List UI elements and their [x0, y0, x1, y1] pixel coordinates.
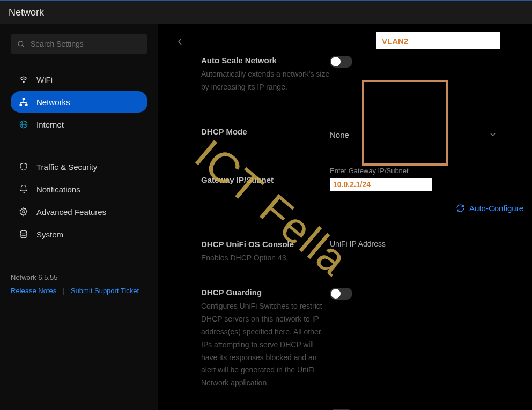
svg-rect-4 — [20, 104, 23, 106]
divider — [11, 146, 147, 146]
sidebar-item-networks[interactable]: Networks — [11, 91, 147, 113]
shield-icon — [18, 162, 29, 172]
refresh-icon — [456, 204, 465, 213]
sidebar-item-internet[interactable]: Internet — [11, 114, 147, 135]
search-field[interactable] — [31, 40, 141, 48]
submit-ticket-link[interactable]: Submit Support Ticket — [71, 287, 139, 295]
search-icon — [17, 40, 25, 48]
autoscale-title: Auto Scale Network — [201, 56, 330, 65]
sidebar-item-notifications[interactable]: Notifications — [11, 178, 147, 200]
sidebar-item-label: Notifications — [36, 185, 80, 194]
titlebar: Network — [0, 0, 532, 24]
dhcp-guarding-desc: Configures UniFi Switches to restrict DH… — [201, 300, 330, 390]
chevron-down-icon — [490, 132, 496, 137]
network-name-input[interactable] — [376, 32, 500, 49]
version-label: Network 6.5.55 — [11, 273, 147, 281]
dhcp-unifi-title: DHCP UniFi OS Console — [201, 240, 330, 249]
dhcp-mode-title: DHCP Mode — [201, 127, 330, 136]
autoconfigure-button[interactable]: Auto-Configure — [330, 204, 527, 213]
sidebar-item-label: System — [36, 230, 63, 239]
gear-icon — [18, 207, 29, 217]
system-icon — [18, 229, 29, 239]
gateway-hint: Enter Gateway IP/Subnet — [330, 167, 527, 175]
dhcp-mode-value: None — [330, 130, 349, 139]
svg-point-10 — [20, 230, 27, 233]
networks-icon — [18, 97, 29, 107]
dhcp-guarding-title: DHCP Guarding — [201, 288, 330, 297]
sidebar-item-wifi[interactable]: WiFi — [11, 69, 147, 90]
svg-point-2 — [23, 81, 24, 82]
main-panel: Auto Scale Network Automatically extends… — [158, 24, 532, 410]
sidebar-item-label: Internet — [36, 120, 64, 129]
sidebar-item-label: Advanced Features — [36, 207, 106, 217]
app-title: Network — [9, 7, 44, 18]
sidebar-item-label: WiFi — [36, 75, 53, 84]
autoscale-desc: Automatically extends a network's size b… — [201, 68, 330, 94]
release-notes-link[interactable]: Release Notes — [11, 287, 56, 295]
internet-icon — [18, 120, 29, 129]
sidebar: WiFi Networks Internet Traffic & Securit… — [0, 24, 158, 410]
svg-point-0 — [18, 41, 23, 46]
wifi-icon — [18, 74, 29, 84]
sidebar-item-advanced[interactable]: Advanced Features — [11, 201, 147, 222]
dhcp-mode-select[interactable]: None — [330, 127, 501, 143]
divider — [11, 256, 147, 256]
search-input[interactable] — [11, 34, 147, 54]
svg-line-1 — [22, 45, 24, 47]
network-name-field[interactable] — [382, 36, 494, 46]
sidebar-item-label: Traffic & Security — [36, 162, 97, 172]
autoscale-toggle[interactable] — [330, 56, 352, 68]
dhcp-unifi-desc: Enables DHCP Option 43. — [201, 252, 330, 265]
autoconfigure-label: Auto-Configure — [469, 204, 523, 213]
chevron-left-icon — [178, 38, 183, 46]
svg-rect-3 — [23, 98, 25, 100]
sidebar-item-label: Networks — [36, 98, 70, 107]
dhcp-guarding-toggle[interactable] — [330, 288, 352, 300]
gateway-input[interactable] — [330, 178, 432, 191]
svg-rect-5 — [25, 104, 28, 106]
back-button[interactable] — [178, 38, 183, 48]
svg-point-9 — [23, 211, 25, 213]
unifi-ip-label: UniFi IP Address — [330, 240, 527, 248]
gateway-title: Gateway IP/Subnet — [201, 175, 330, 184]
sidebar-footer: Network 6.5.55 Release Notes | Submit Su… — [11, 273, 147, 295]
bell-icon — [18, 184, 29, 194]
sidebar-item-security[interactable]: Traffic & Security — [11, 156, 147, 177]
gateway-field[interactable] — [333, 180, 428, 189]
sidebar-item-system[interactable]: System — [11, 223, 147, 245]
